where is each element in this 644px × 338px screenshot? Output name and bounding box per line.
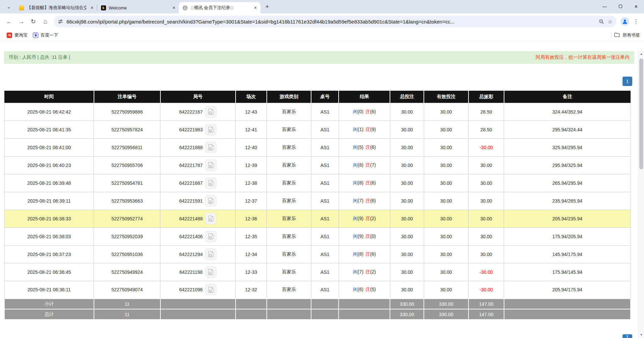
table-row[interactable]: 2025-08-21 06:36:11 522750949074 6422210… [4,281,631,299]
cell-total-bet-link[interactable]: 30.00 [390,138,424,156]
cell-bet-no: 522750949074 [94,281,160,299]
cell-valid-bet: 30.00 [424,245,468,263]
scroll-down-icon[interactable]: ▼ [639,332,644,337]
cell-result: 闲(9)庄(0) [339,227,390,245]
reload-button[interactable]: ↻ [28,16,39,27]
cell-session: 12-38 [236,174,267,192]
video-replay-icon[interactable] [205,249,216,260]
cell-total-bet-link[interactable]: 30.00 [390,210,424,227]
result-banker-value: (2) [370,269,376,274]
cell-table-no: AS1 [311,192,339,210]
cell-valid-bet: 30.00 [424,174,468,192]
address-bar[interactable]: 66cxkj98.com/ipl/portal.php/game/betreco… [54,16,616,27]
result-banker-value: (6) [370,251,376,257]
cell-bet-no: 522750949924 [94,263,160,281]
scrollbar-thumb[interactable] [639,58,643,169]
maximize-button[interactable] [612,0,628,13]
profile-avatar[interactable] [621,17,629,26]
url-text[interactable]: 66cxkj98.com/ipl/portal.php/game/betreco… [66,19,595,25]
site-settings-icon[interactable] [58,19,63,24]
result-banker-label: 庄 [365,269,370,274]
cell-round-no: 642221096 [160,281,236,299]
browser-menu-icon[interactable]: ⋮ [631,17,641,26]
page-scrollbar[interactable]: ▲ ▼ [638,50,644,338]
tab-search-chevron-icon[interactable]: ⌄ [4,2,13,11]
result-player-label: 闲 [353,144,358,150]
pagination-page-1[interactable]: 1 [623,77,632,86]
forward-button[interactable]: → [15,16,27,27]
cell-result: 闲(8)庄(6) [339,174,390,192]
table-row[interactable]: 2025-08-21 06:39:48 522750954781 6422216… [4,174,631,192]
cell-total-bet-link[interactable]: 30.00 [390,103,424,121]
table-row[interactable]: 2025-08-21 06:41:35 522750957824 6422219… [4,121,631,138]
bookmark-taobao[interactable]: 淘 爱淘宝 [4,31,30,40]
video-replay-icon[interactable] [205,124,216,135]
new-tab-button[interactable]: + [262,2,272,11]
cell-round-no: 642221198 [160,263,236,281]
cell-payout: 30.00 [468,192,504,210]
close-tab-icon[interactable]: ✕ [252,5,258,11]
cell-round-no: 642221983 [160,121,236,138]
close-window-button[interactable]: ✕ [628,0,644,13]
cell-session: 12-39 [236,156,267,174]
cell-valid-bet: 30.00 [424,103,468,121]
table-row[interactable]: 2025-08-21 06:40:23 522750955706 6422217… [4,156,631,174]
pagination-page-1-bottom[interactable]: 1 [623,334,632,338]
cell-session: 12-43 [236,103,267,121]
video-replay-icon[interactable] [205,231,216,242]
folder-icon [614,32,620,38]
video-replay-icon[interactable] [205,177,216,189]
scroll-up-icon[interactable]: ▲ [639,51,644,56]
minimize-button[interactable]: — [597,0,612,13]
tab-bet-records-active[interactable]: :::视讯 会员下注纪录::: ✕ [179,2,260,13]
tab-welcome[interactable]: ♞ Welcome ✕ [97,2,179,13]
cell-bet-no: 522750955706 [94,156,160,174]
cell-total-bet-link[interactable]: 30.00 [390,156,424,174]
table-row[interactable]: 2025-08-21 06:41:00 522750956811 6422218… [4,138,631,156]
close-tab-icon[interactable]: ✕ [171,5,177,11]
back-button[interactable]: ← [3,16,15,27]
video-replay-icon[interactable] [205,284,216,295]
result-player-value: (8) [358,251,363,257]
table-row[interactable]: 2025-08-21 06:36:45 522750949924 6422211… [4,263,631,281]
cell-total-bet-link[interactable]: 30.00 [390,227,424,245]
result-banker-label: 庄 [365,180,370,185]
cell-total-bet-link[interactable]: 30.00 [390,281,424,299]
cell-valid-bet: 30.00 [424,121,468,138]
bookmark-baidu[interactable]: 百度一下 [30,31,61,40]
video-replay-icon[interactable] [205,160,216,171]
video-replay-icon[interactable] [205,106,216,118]
video-replay-icon[interactable] [205,266,216,278]
cell-total-bet-link[interactable]: 30.00 [390,245,424,263]
cell-total-bet-link[interactable]: 30.00 [390,263,424,281]
cell-total-bet-link[interactable]: 30.00 [390,121,424,138]
currency-summary: 币别 : 人民币 | 总共 :11 注单 | [9,54,70,60]
table-row[interactable]: 2025-08-21 06:38:33 522750952774 6422214… [4,210,631,227]
zoom-icon[interactable] [599,19,604,25]
home-button[interactable]: ⌂ [40,16,51,27]
result-banker-label: 庄 [365,216,370,221]
cell-round-no: 642221591 [160,192,236,210]
tab-forum[interactable]: 【新提醒】海燕策略论坛综合交 ✕ [15,2,97,13]
result-player-label: 闲 [353,216,358,221]
page-content: 币别 : 人民币 | 总共 :11 注单 | 同局有效投注，统一计算在该局第一张… [0,41,644,338]
all-bookmarks-label[interactable]: 所有书签 [623,32,640,38]
cell-total-bet-link[interactable]: 30.00 [390,192,424,210]
cell-result: 闲(1)庄(9) [339,121,390,138]
table-row[interactable]: 2025-08-21 06:42:42 522750959886 6422221… [4,103,631,121]
video-replay-icon[interactable] [205,213,216,224]
header-remark: 备注 [504,91,631,103]
cell-valid-bet: 30.00 [424,263,468,281]
table-row[interactable]: 2025-08-21 06:38:03 522750952039 6422214… [4,227,631,245]
table-row[interactable]: 2025-08-21 06:39:11 522750953663 6422215… [4,192,631,210]
maximize-icon [619,5,622,8]
cell-result: 闲(6)庄(5) [339,281,390,299]
cell-result: 闲(5)庄(6) [339,138,390,156]
video-replay-icon[interactable] [205,195,216,207]
cell-total-bet-link[interactable]: 30.00 [390,174,424,192]
table-row[interactable]: 2025-08-21 06:37:23 522750951036 6422212… [4,245,631,263]
cell-result: 闲(9)庄(2) [339,210,390,227]
video-replay-icon[interactable] [205,142,216,153]
bookmark-star-icon[interactable]: ☆ [608,18,612,25]
close-tab-icon[interactable]: ✕ [89,5,95,11]
